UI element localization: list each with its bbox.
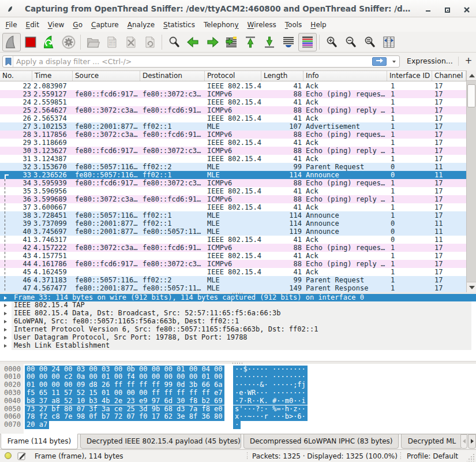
- packet-row-47[interactable]: 474.567477fe80::2001:877…fe80::5057:11…M…: [0, 284, 466, 292]
- expander-triangle-icon[interactable]: [4, 344, 7, 348]
- tab-3[interactable]: Decrypted ML: [401, 434, 463, 449]
- column-header-time[interactable]: Time: [32, 71, 73, 81]
- hex-bytes[interactable]: 78 f2 c8 7e 98 0f b7 72 07 f0 17 62 3e 8…: [25, 413, 224, 421]
- titlebar[interactable]: Capturing from OpenThread Sniffer: /dev/…: [0, 0, 476, 17]
- packet-row-29[interactable]: 293.118669IEEE 802.15.441Ack117: [0, 139, 466, 147]
- colorize-button[interactable]: [298, 33, 317, 51]
- hex-row-0030[interactable]: 0030f5 65 11 57 52 15 01 00 00 00 ff ff …: [0, 389, 476, 397]
- filter-dropdown-caret[interactable]: [392, 61, 396, 63]
- hex-ascii[interactable]: ········ ········: [233, 373, 308, 381]
- tab-2[interactable]: Decompressed 6LoWPAN IPHC (83 bytes): [243, 434, 399, 449]
- packet-row-32[interactable]: 323.153670fe80::5057:116…ff02::2MLE99Par…: [0, 163, 466, 171]
- stop-capture-button[interactable]: [21, 33, 40, 51]
- maximize-button[interactable]: [443, 5, 452, 14]
- detail-row-2[interactable]: IEEE 802.15.4 Data, Dst: Broadcast, Src:…: [0, 310, 476, 318]
- go-to-packet-button[interactable]: [222, 33, 241, 51]
- packet-row-28[interactable]: 283.117856fe80::3072:c3a…fe80::fcd6:91…I…: [0, 131, 466, 139]
- column-header-info[interactable]: Info: [303, 71, 387, 81]
- packet-row-35[interactable]: 353.596956IEEE 802.15.441Ack117: [0, 187, 466, 195]
- detail-row-5[interactable]: User Datagram Protocol, Src Port: 19788,…: [0, 334, 476, 342]
- capture-comment-icon[interactable]: [17, 452, 27, 461]
- packet-row-38[interactable]: 383.728451fe80::5057:116…ff02::1MLE114An…: [0, 211, 466, 219]
- packet-row-45[interactable]: 454.162459IEEE 802.15.441Ack117: [0, 268, 466, 276]
- display-filter-input[interactable]: Apply a display filter ... <Ctrl-/>: [2, 55, 400, 68]
- go-first-button[interactable]: [241, 33, 260, 51]
- packet-row-37[interactable]: 373.600667IEEE 802.15.441Ack117: [0, 203, 466, 211]
- scrollbar-thumb[interactable]: [467, 84, 475, 107]
- capture-options-gear-button[interactable]: [59, 33, 78, 51]
- detail-row-1[interactable]: IEEE 802.15.4 TAP: [0, 301, 476, 310]
- hex-bytes[interactable]: 00 00 00 c2 0a 00 01 00 f4 00 00 00 00 0…: [25, 373, 224, 381]
- packet-row-26[interactable]: 262.565374IEEE 802.15.441Ack117: [0, 114, 466, 122]
- tab-scroll-right-button[interactable]: [468, 434, 476, 449]
- packet-row-33[interactable]: 333.236526fe80::5057:116…ff02::1MLE114An…: [0, 171, 466, 179]
- tab-0[interactable]: Frame (114 bytes): [1, 434, 78, 449]
- packet-row-27[interactable]: 273.102153fe80::2001:877…ff02::1MLE107Ad…: [0, 122, 466, 131]
- hex-bytes[interactable]: 20 a7: [25, 421, 49, 429]
- expander-triangle-icon[interactable]: [4, 320, 7, 323]
- hex-row-0070[interactable]: 007020 a7 ·: [0, 421, 476, 429]
- hex-row-0000[interactable]: 000000 00 24 00 03 00 03 00 0b 00 00 00 …: [0, 366, 476, 374]
- expander-triangle-icon[interactable]: [4, 336, 7, 340]
- hex-ascii[interactable]: ·7·R··K. #··m0··i: [233, 397, 308, 405]
- menu-capture[interactable]: Capture: [87, 19, 123, 31]
- packet-row-43[interactable]: 434.157751IEEE 802.15.441Ack117: [0, 252, 466, 260]
- menu-help[interactable]: Help: [306, 19, 331, 31]
- hex-ascii[interactable]: x··~···r ···b>·6·: [233, 413, 308, 421]
- packet-row-36[interactable]: 363.599689fe80::3072:c3a…fe80::fcd6:91…I…: [0, 195, 466, 203]
- minimize-button[interactable]: [423, 5, 433, 14]
- filter-bookmark-button[interactable]: [3, 56, 13, 67]
- packet-row-41[interactable]: 413.746317IEEE 802.15.441Ack011: [0, 236, 466, 244]
- zoom-in-button[interactable]: [323, 33, 341, 51]
- hex-row-0020[interactable]: 002001 00 00 00 09 d8 26 ff ff ff ff 99 …: [0, 381, 476, 389]
- detail-row-0[interactable]: Frame 33: 114 bytes on wire (912 bits), …: [0, 294, 476, 302]
- column-header-no[interactable]: No.: [0, 71, 32, 81]
- packet-row-42[interactable]: 424.157222fe80::3072:c3a…fe80::fcd6:91…I…: [0, 244, 466, 252]
- hex-row-0050[interactable]: 005073 27 bf 80 07 3f 3a ce 25 3d 9b 68 …: [0, 405, 476, 413]
- resize-columns-button[interactable]: [380, 33, 398, 51]
- column-header-destination[interactable]: Destination: [140, 71, 205, 81]
- expander-triangle-icon[interactable]: [4, 328, 7, 331]
- zoom-reset-button[interactable]: [361, 33, 379, 51]
- hex-ascii[interactable]: ·: [233, 421, 241, 429]
- expert-info-icon[interactable]: [5, 452, 12, 459]
- hex-bytes[interactable]: 00 00 24 00 03 00 03 00 0b 00 00 00 01 0…: [25, 366, 224, 374]
- shark-fin-start-button[interactable]: [2, 33, 21, 51]
- menu-wireless[interactable]: Wireless: [243, 19, 280, 31]
- find-packet-button[interactable]: [165, 33, 183, 51]
- hex-ascii[interactable]: ·e·WR··· ········: [233, 389, 308, 397]
- hex-bytes[interactable]: 73 27 bf 80 07 3f 3a ce 25 3d 9b 68 d3 7…: [25, 405, 224, 413]
- hex-ascii[interactable]: ······&· ·····;fj: [233, 381, 308, 389]
- hex-row-0060[interactable]: 006078 f2 c8 7e 98 0f b7 72 07 f0 17 62 …: [0, 413, 476, 421]
- go-last-button[interactable]: [260, 33, 279, 51]
- tab-1[interactable]: Decrypted IEEE 802.15.4 payload (45 byte…: [80, 434, 241, 449]
- scrollbar-up-button[interactable]: [467, 70, 476, 81]
- menu-statistics[interactable]: Statistics: [159, 19, 200, 31]
- column-header-source[interactable]: Source: [73, 71, 140, 81]
- packet-row-30[interactable]: 303.123627fe80::fcd6:917…fe80::3072:c3…I…: [0, 147, 466, 155]
- restart-capture-button[interactable]: [40, 33, 59, 51]
- packet-row-23[interactable]: 232.559127fe80::fcd6:917…fe80::3072:c3…I…: [0, 90, 466, 98]
- menu-file[interactable]: File: [1, 19, 21, 31]
- expression-button[interactable]: Expression...: [407, 57, 453, 65]
- zoom-out-button[interactable]: [342, 33, 360, 51]
- detail-row-6[interactable]: Mesh Link Establishment: [0, 342, 476, 350]
- hex-bytes[interactable]: 01 00 00 00 09 d8 26 ff ff ff ff 99 0d 3…: [25, 381, 224, 389]
- menu-view[interactable]: View: [43, 19, 68, 31]
- column-header-protocol[interactable]: Protocol: [205, 71, 261, 81]
- column-header-interfaceid[interactable]: Interface ID: [387, 71, 432, 81]
- open-file-button[interactable]: [84, 33, 102, 51]
- packet-row-34[interactable]: 343.595939fe80::fcd6:917…fe80::3072:c3…I…: [0, 179, 466, 187]
- auto-scroll-button[interactable]: [279, 33, 298, 51]
- reload-file-button[interactable]: [141, 33, 159, 51]
- hex-bytes[interactable]: f5 65 11 57 52 15 01 00 00 00 ff ff ff f…: [25, 389, 224, 397]
- detail-row-3[interactable]: 6LoWPAN, Src: fe80::5057:1165:f56a:663b,…: [0, 318, 476, 326]
- menu-tools[interactable]: Tools: [280, 19, 306, 31]
- hex-bytes[interactable]: b8 37 a8 52 10 b3 4b 2e 23 e9 97 6d 30 f…: [25, 397, 224, 405]
- packet-row-24[interactable]: 242.559851IEEE 802.15.441Ack117: [0, 98, 466, 106]
- packet-row-31[interactable]: 313.124387IEEE 802.15.441Ack117: [0, 155, 466, 163]
- packet-row-22[interactable]: 222.083907IEEE 802.15.441Ack117: [0, 82, 466, 90]
- menu-edit[interactable]: Edit: [21, 19, 43, 31]
- packet-row-39[interactable]: 393.737099fe80::2001:877…ff02::1MLE114An…: [0, 219, 466, 228]
- hex-ascii[interactable]: s'···?:· %=·h·z··: [233, 405, 308, 413]
